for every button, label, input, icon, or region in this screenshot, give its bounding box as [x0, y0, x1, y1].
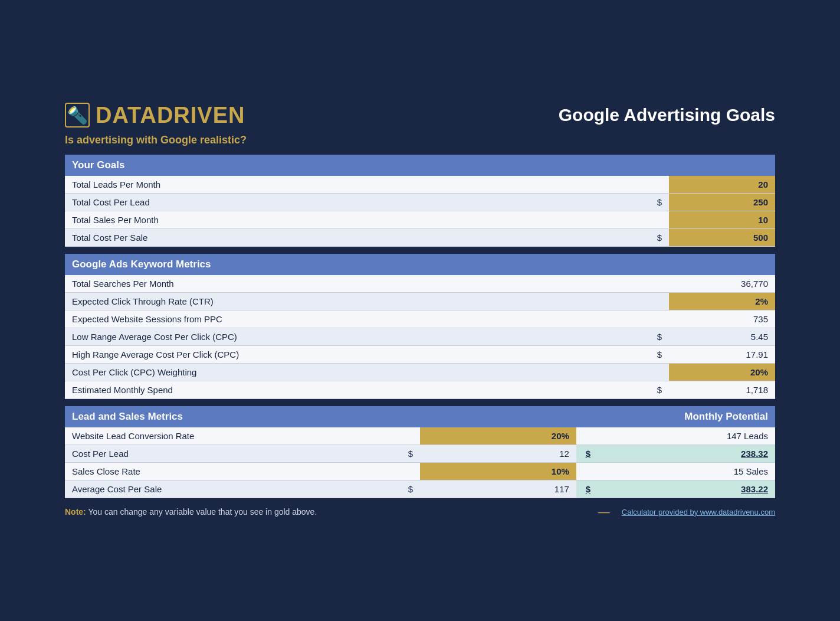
keyword-dollar-4: $: [645, 345, 669, 363]
goals-label-0: Total Leads Per Month: [65, 176, 645, 194]
lead-dollar-mid-3: $: [399, 480, 420, 498]
keyword-label-0: Total Searches Per Month: [65, 275, 645, 293]
keyword-row-0: Total Searches Per Month 36,770: [65, 275, 775, 293]
lead-value-right-2: 15 Sales: [598, 462, 775, 480]
lead-dollar-mid-0: [399, 427, 420, 445]
goals-label-1: Total Cost Per Lead: [65, 193, 645, 211]
lead-header-row: Lead and Sales Metrics Monthly Potential: [65, 406, 775, 427]
goals-label-2: Total Sales Per Month: [65, 211, 645, 228]
keyword-row-6: Estimated Monthly Spend $ 1,718: [65, 381, 775, 398]
keyword-dollar-2: [645, 310, 669, 328]
monthly-potential-header: Monthly Potential: [576, 406, 775, 427]
lead-dollar-right-3: $: [576, 480, 598, 498]
lead-label-1: Cost Per Lead: [65, 444, 399, 462]
goals-table: Your Goals Total Leads Per Month 20 Tota…: [65, 155, 775, 247]
goals-dollar-1: $: [645, 193, 669, 211]
keyword-row-1: Expected Click Through Rate (CTR) 2%: [65, 292, 775, 310]
lead-value-right-3: 383.22: [598, 480, 775, 498]
goals-header-label: Your Goals: [65, 155, 775, 176]
keyword-row-3: Low Range Average Cost Per Click (CPC) $…: [65, 328, 775, 345]
keyword-header-row: Google Ads Keyword Metrics: [65, 254, 775, 275]
goals-header-row: Your Goals: [65, 155, 775, 176]
lead-section: Lead and Sales Metrics Monthly Potential…: [65, 406, 775, 498]
keyword-dollar-6: $: [645, 381, 669, 398]
keyword-label-3: Low Range Average Cost Per Click (CPC): [65, 328, 645, 345]
keyword-value-0: 36,770: [669, 275, 775, 293]
note-right: — Calculator provided by www.datadrivenu…: [598, 505, 775, 519]
lead-value-mid-1: 12: [420, 444, 576, 462]
keyword-dollar-0: [645, 275, 669, 293]
logo-icon: 🔦: [65, 103, 90, 128]
note-text: You can change any variable value that y…: [88, 507, 317, 517]
lead-value-mid-0[interactable]: 20%: [420, 427, 576, 445]
lead-dollar-mid-2: [399, 462, 420, 480]
lead-dollar-mid-1: $: [399, 444, 420, 462]
goals-dollar-0: [645, 176, 669, 194]
note-label: Note:: [65, 507, 86, 517]
goals-row-2: Total Sales Per Month 10: [65, 211, 775, 228]
lead-dollar-right-0: [576, 427, 598, 445]
keyword-value-1[interactable]: 2%: [669, 292, 775, 310]
keyword-value-2: 735: [669, 310, 775, 328]
goals-value-0[interactable]: 20: [669, 176, 775, 194]
main-container: 🔦 DATADRIVEN Google Advertising Goals Is…: [48, 89, 792, 533]
keyword-value-3: 5.45: [669, 328, 775, 345]
lead-row-3: Average Cost Per Sale $ 117 $ 383.22: [65, 480, 775, 498]
goals-dollar-3: $: [645, 228, 669, 246]
goals-value-1[interactable]: 250: [669, 193, 775, 211]
keyword-label-6: Estimated Monthly Spend: [65, 381, 645, 398]
lead-row-0: Website Lead Conversion Rate 20% 147 Lea…: [65, 427, 775, 445]
lead-label-3: Average Cost Per Sale: [65, 480, 399, 498]
goals-value-3[interactable]: 500: [669, 228, 775, 246]
lead-value-right-1: 238.32: [598, 444, 775, 462]
page-title: Google Advertising Goals: [559, 105, 775, 125]
lead-value-mid-3: 117: [420, 480, 576, 498]
goals-row-0: Total Leads Per Month 20: [65, 176, 775, 194]
note-row: Note: You can change any variable value …: [65, 505, 775, 519]
goals-section: Your Goals Total Leads Per Month 20 Tota…: [65, 155, 775, 247]
lead-dollar-right-1: $: [576, 444, 598, 462]
keyword-dollar-1: [645, 292, 669, 310]
goals-dollar-2: [645, 211, 669, 228]
subtitle: Is advertising with Google realistic?: [65, 134, 775, 146]
logo-text: DATADRIVEN: [96, 103, 245, 128]
keyword-row-2: Expected Website Sessions from PPC 735: [65, 310, 775, 328]
divider: —: [598, 505, 610, 519]
goals-label-3: Total Cost Per Sale: [65, 228, 645, 246]
goals-row-3: Total Cost Per Sale $ 500: [65, 228, 775, 246]
logo: 🔦 DATADRIVEN: [65, 103, 245, 128]
keyword-row-4: High Range Average Cost Per Click (CPC) …: [65, 345, 775, 363]
lead-value-mid-2[interactable]: 10%: [420, 462, 576, 480]
lead-dollar-right-2: [576, 462, 598, 480]
goals-row-1: Total Cost Per Lead $ 250: [65, 193, 775, 211]
keyword-value-6: 1,718: [669, 381, 775, 398]
goals-value-2[interactable]: 10: [669, 211, 775, 228]
keyword-label-1: Expected Click Through Rate (CTR): [65, 292, 645, 310]
keyword-section: Google Ads Keyword Metrics Total Searche…: [65, 254, 775, 399]
lead-row-1: Cost Per Lead $ 12 $ 238.32: [65, 444, 775, 462]
keyword-label-5: Cost Per Click (CPC) Weighting: [65, 363, 645, 381]
keyword-dollar-5: [645, 363, 669, 381]
footer-link[interactable]: Calculator provided by www.datadrivenu.c…: [622, 508, 775, 517]
keyword-table: Google Ads Keyword Metrics Total Searche…: [65, 254, 775, 399]
lead-label-2: Sales Close Rate: [65, 462, 399, 480]
keyword-label-2: Expected Website Sessions from PPC: [65, 310, 645, 328]
keyword-value-5[interactable]: 20%: [669, 363, 775, 381]
lead-table: Lead and Sales Metrics Monthly Potential…: [65, 406, 775, 498]
keyword-label-4: High Range Average Cost Per Click (CPC): [65, 345, 645, 363]
keyword-dollar-3: $: [645, 328, 669, 345]
keyword-row-5: Cost Per Click (CPC) Weighting 20%: [65, 363, 775, 381]
keyword-header-label: Google Ads Keyword Metrics: [65, 254, 775, 275]
lead-header-label: Lead and Sales Metrics: [65, 406, 576, 427]
lead-row-2: Sales Close Rate 10% 15 Sales: [65, 462, 775, 480]
header: 🔦 DATADRIVEN Google Advertising Goals: [65, 103, 775, 128]
keyword-value-4: 17.91: [669, 345, 775, 363]
lead-label-0: Website Lead Conversion Rate: [65, 427, 399, 445]
lead-value-right-0: 147 Leads: [598, 427, 775, 445]
note-content: Note: You can change any variable value …: [65, 507, 317, 517]
